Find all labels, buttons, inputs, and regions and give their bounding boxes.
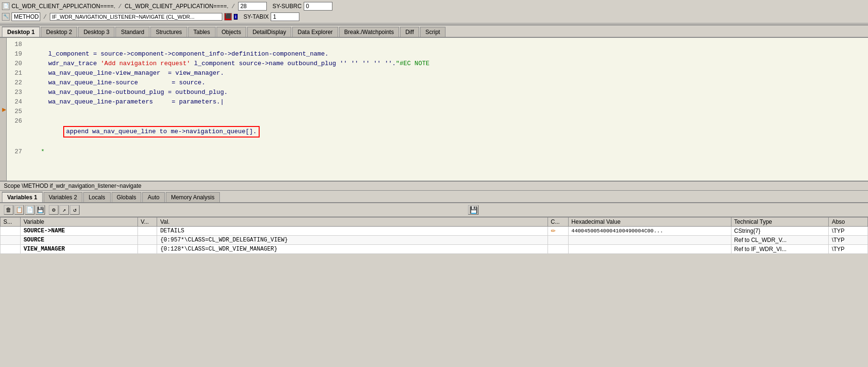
class-icon: 📄 bbox=[2, 2, 10, 10]
variables-table-container: S... Variable V... Val. C... Hexadecimal… bbox=[0, 217, 868, 254]
method-icon: 🔧 bbox=[2, 13, 10, 21]
row2-s bbox=[0, 236, 21, 245]
sep2: / bbox=[230, 3, 236, 10]
settings-icon-button[interactable]: ⚙ bbox=[49, 205, 58, 215]
left-gutter: ▶ bbox=[0, 38, 7, 181]
row2-variable[interactable]: SOURCE bbox=[21, 236, 138, 245]
tab-objects[interactable]: Objects bbox=[217, 27, 247, 37]
row1-val[interactable]: DETAILS bbox=[157, 227, 548, 236]
col-header-tech: Technical Type bbox=[731, 218, 829, 227]
sy-tabix-value[interactable]: 1 bbox=[271, 12, 299, 21]
main-content: Desktop 1 Desktop 2 Desktop 3 Standard S… bbox=[0, 25, 868, 191]
bottom-panel: Variables 1 Variables 2 Locals Globals A… bbox=[0, 191, 868, 254]
code-line-23: 23 wa_nav_queue_line-outbound_plug = out… bbox=[7, 88, 868, 97]
code-line-26: 26 append wa_nav_queue_line to me->navig… bbox=[7, 116, 868, 147]
class-path2[interactable]: CL_WDR_CLIENT_APPLICATION====. bbox=[125, 3, 228, 10]
table-row: VIEW_MANAGER {0:128*\CLASS=CL_WDR_VIEW_M… bbox=[0, 245, 868, 254]
code-line-19: 19 l_component = source->component->comp… bbox=[7, 49, 868, 59]
table-row: SOURCE {0:957*\CLASS=CL_WDR_DELEGATING_V… bbox=[0, 236, 868, 245]
row2-hex bbox=[568, 236, 731, 245]
tab-structures[interactable]: Structures bbox=[150, 27, 187, 37]
delete-icon-button[interactable]: 🗑 bbox=[4, 205, 13, 215]
info-icon[interactable]: i bbox=[234, 14, 238, 20]
copy-icon-button[interactable]: 📋 bbox=[14, 205, 24, 215]
code-line-27: 27 * bbox=[7, 147, 868, 157]
tab-desktop3[interactable]: Desktop 3 bbox=[78, 27, 114, 37]
variables-table: S... Variable V... Val. C... Hexadecimal… bbox=[0, 217, 868, 254]
tab-desktop1[interactable]: Desktop 1 bbox=[2, 26, 40, 37]
code-line-21: 21 wa_nav_queue_line-view_manager = view… bbox=[7, 69, 868, 78]
save-local-icon-button[interactable]: 💾 bbox=[35, 205, 45, 215]
line-number-box[interactable]: 28 bbox=[238, 2, 267, 11]
col-header-v: V... bbox=[137, 218, 157, 227]
tab-variables1[interactable]: Variables 1 bbox=[2, 192, 43, 202]
row3-s bbox=[0, 245, 21, 254]
row1-tech: CString{7} bbox=[731, 227, 829, 236]
code-line-24: 24 wa_nav_queue_line-parameters = parame… bbox=[7, 97, 868, 107]
method-path[interactable]: IF_WDR_NAVIGATION_LISTENER~NAVIGATE (CL_… bbox=[50, 13, 222, 21]
row2-c bbox=[548, 236, 568, 245]
row3-hex bbox=[568, 245, 731, 254]
sy-subrc-value[interactable]: 0 bbox=[304, 2, 332, 11]
row1-variable[interactable]: SOURCE->NAME bbox=[21, 227, 138, 236]
row3-v bbox=[137, 245, 157, 254]
toolbar-icon-group: 🗑 📋 📄 💾 ⚙ ↗ ↺ bbox=[4, 205, 80, 215]
scope-text: Scope \METHOD if_wdr_navigation_listener… bbox=[4, 183, 141, 189]
code-line-20: 20 wdr_nav_trace 'Add navigation request… bbox=[7, 59, 868, 69]
col-header-hex: Hexadecimal Value bbox=[568, 218, 731, 227]
col-header-c: C... bbox=[548, 218, 568, 227]
variables-tbody: SOURCE->NAME DETAILS ✏ 44004500540004100… bbox=[0, 227, 868, 254]
class-path1[interactable]: CL_WDR_CLIENT_APPLICATION====. bbox=[11, 3, 115, 10]
row3-variable[interactable]: VIEW_MANAGER bbox=[21, 245, 138, 254]
tab-diff[interactable]: Diff bbox=[400, 27, 419, 37]
sep3: / bbox=[42, 13, 48, 21]
code-lines[interactable]: 18 19 l_component = source->component->c… bbox=[7, 38, 868, 181]
tab-memory-analysis[interactable]: Memory Analysis bbox=[166, 192, 220, 202]
row1-c[interactable]: ✏ bbox=[548, 227, 568, 236]
breakpoint-icon[interactable]: ⬛ bbox=[224, 13, 232, 21]
row3-val[interactable]: {0:128*\CLASS=CL_WDR_VIEW_MANAGER} bbox=[157, 245, 548, 254]
row3-abs: \TYP bbox=[829, 245, 868, 254]
execution-arrow: ▶ bbox=[2, 105, 6, 114]
row2-tech: Ref to CL_WDR_V... bbox=[731, 236, 829, 245]
toolbar-spacer: 💾 bbox=[82, 205, 864, 215]
code-line-25: 25 bbox=[7, 107, 868, 116]
tab-tables[interactable]: Tables bbox=[188, 27, 216, 37]
save-center-button[interactable]: 💾 bbox=[468, 205, 479, 215]
export-icon-button[interactable]: ↗ bbox=[59, 205, 69, 215]
code-line-22: 22 wa_nav_queue_line-source = source. bbox=[7, 78, 868, 88]
code-line-18: 18 bbox=[7, 40, 868, 49]
row3-tech: Ref to IF_WDR_VI... bbox=[731, 245, 829, 254]
sep1: / bbox=[117, 3, 123, 10]
bottom-tabs-bar: Variables 1 Variables 2 Locals Globals A… bbox=[0, 191, 868, 203]
paste-icon-button[interactable]: 📄 bbox=[25, 205, 34, 215]
refresh-icon-button[interactable]: ↺ bbox=[70, 205, 80, 215]
scope-bar: Scope \METHOD if_wdr_navigation_listener… bbox=[0, 182, 868, 191]
tab-detaildisplay[interactable]: DetailDisplay bbox=[247, 27, 291, 37]
tab-auto[interactable]: Auto bbox=[142, 192, 165, 202]
desktop-tabs: Desktop 1 Desktop 2 Desktop 3 Standard S… bbox=[0, 25, 868, 38]
method-label: METHOD bbox=[11, 12, 40, 21]
row1-s bbox=[0, 227, 21, 236]
col-header-abs: Abso bbox=[829, 218, 868, 227]
tab-globals[interactable]: Globals bbox=[112, 192, 142, 202]
row2-v bbox=[137, 236, 157, 245]
sy-tabix-label: SY-TABIX bbox=[243, 13, 269, 20]
tab-desktop2[interactable]: Desktop 2 bbox=[41, 27, 77, 37]
row3-c bbox=[548, 245, 568, 254]
row2-val[interactable]: {0:957*\CLASS=CL_WDR_DELEGATING_VIEW} bbox=[157, 236, 548, 245]
tab-dataexplorer[interactable]: Data Explorer bbox=[292, 27, 338, 37]
col-header-val: Val. bbox=[157, 218, 548, 227]
row2-abs: \TYP bbox=[829, 236, 868, 245]
tab-variables2[interactable]: Variables 2 bbox=[44, 192, 82, 202]
row1-abs: \TYP bbox=[829, 227, 868, 236]
sy-subrc-label: SY-SUBRC bbox=[273, 3, 302, 10]
row1-v bbox=[137, 227, 157, 236]
row1-hex: 44004500540004100490004C00... bbox=[568, 227, 731, 236]
tab-locals[interactable]: Locals bbox=[83, 192, 111, 202]
tab-breakwatchpoints[interactable]: Break./Watchpoints bbox=[339, 27, 400, 37]
tab-script[interactable]: Script bbox=[420, 27, 445, 37]
top-toolbar: 📄 CL_WDR_CLIENT_APPLICATION====. / CL_WD… bbox=[0, 0, 868, 23]
tab-standard[interactable]: Standard bbox=[115, 27, 149, 37]
table-header-row: S... Variable V... Val. C... Hexadecimal… bbox=[0, 218, 868, 227]
